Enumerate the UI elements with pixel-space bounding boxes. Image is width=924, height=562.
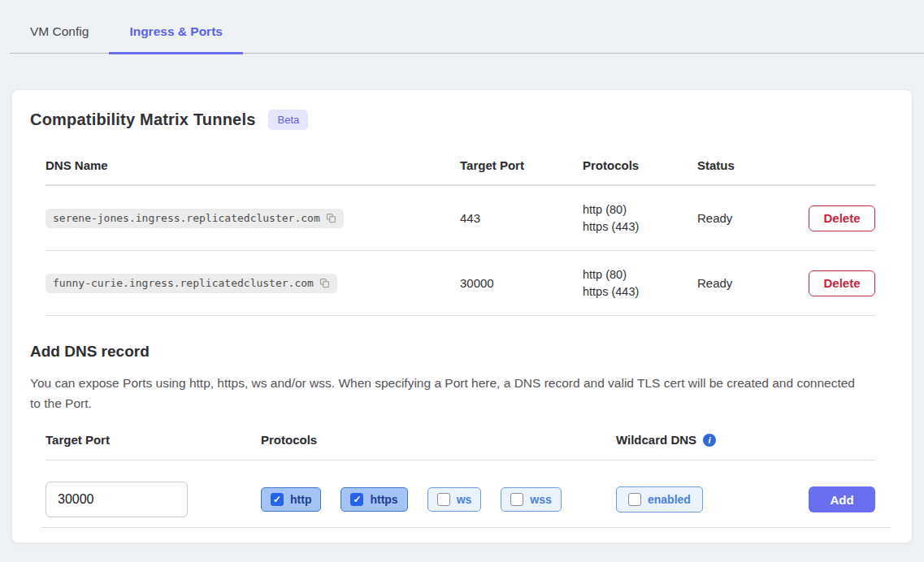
copy-icon[interactable] — [325, 212, 337, 224]
card-footer-divider — [41, 527, 891, 528]
protocols-cell: http (80) https (443) — [583, 266, 697, 300]
table-header-row: DNS Name Target Port Protocols Status — [46, 148, 875, 186]
table-row: serene-jones.ingress.replicatedcluster.c… — [46, 186, 875, 251]
beta-badge: Beta — [268, 110, 308, 130]
dns-name-pill: funny-curie.ingress.replicatedcluster.co… — [46, 274, 337, 293]
checkbox-ws[interactable]: ws — [427, 487, 482, 512]
col-header-protocols: Protocols — [583, 158, 697, 172]
checkbox-wildcard-enabled[interactable]: enabled — [616, 486, 703, 512]
target-port-value: 30000 — [460, 276, 583, 290]
target-port-input[interactable] — [46, 482, 188, 517]
checkbox-icon — [271, 493, 284, 506]
tunnels-card: Compatibility Matrix Tunnels Beta DNS Na… — [11, 89, 913, 543]
status-value: Ready — [697, 276, 809, 290]
tab-bar: VM Config Ingress & Ports — [0, 0, 924, 54]
checkbox-icon — [628, 493, 641, 506]
checkbox-icon — [437, 493, 450, 506]
col-header-dns-name: DNS Name — [46, 158, 460, 172]
checkbox-https[interactable]: https — [341, 487, 407, 512]
tunnels-table: DNS Name Target Port Protocols Status se… — [46, 148, 875, 316]
dns-name-text: funny-curie.ingress.replicatedcluster.co… — [53, 277, 314, 289]
target-port-value: 443 — [460, 211, 583, 225]
delete-button[interactable]: Delete — [809, 205, 875, 231]
status-value: Ready — [697, 211, 809, 225]
col-header-target-port: Target Port — [460, 158, 583, 172]
protocols-cell: http (80) https (443) — [583, 201, 697, 236]
col-header-status: Status — [697, 158, 875, 172]
dns-name-text: serene-jones.ingress.replicatedcluster.c… — [53, 212, 320, 224]
form-header-target-port: Target Port — [46, 433, 261, 447]
info-icon[interactable]: i — [703, 434, 716, 447]
checkbox-http[interactable]: http — [261, 487, 321, 512]
tab-vm-config[interactable]: VM Config — [10, 19, 109, 54]
copy-icon[interactable] — [319, 277, 331, 289]
form-header-row: Target Port Protocols Wildcard DNS i — [46, 433, 875, 460]
add-dns-form: Target Port Protocols Wildcard DNS i htt… — [46, 433, 875, 537]
checkbox-wss[interactable]: wss — [501, 487, 561, 512]
form-input-row: http https ws wss enabled — [46, 460, 875, 537]
form-header-wildcard-dns: Wildcard DNS i — [616, 433, 875, 447]
table-row: funny-curie.ingress.replicatedcluster.co… — [46, 251, 875, 316]
protocol-checkbox-group: http https ws wss — [261, 487, 616, 512]
card-title: Compatibility Matrix Tunnels — [30, 110, 255, 129]
checkbox-icon — [510, 493, 523, 506]
delete-button[interactable]: Delete — [809, 270, 875, 296]
tab-ingress-ports[interactable]: Ingress & Ports — [109, 19, 243, 54]
form-header-protocols: Protocols — [261, 433, 616, 447]
checkbox-icon — [350, 493, 363, 506]
add-button[interactable]: Add — [809, 486, 875, 512]
add-dns-record-title: Add DNS record — [30, 343, 875, 361]
dns-name-pill: serene-jones.ingress.replicatedcluster.c… — [46, 209, 344, 228]
add-dns-record-description: You can expose Ports using http, https, … — [30, 373, 855, 413]
